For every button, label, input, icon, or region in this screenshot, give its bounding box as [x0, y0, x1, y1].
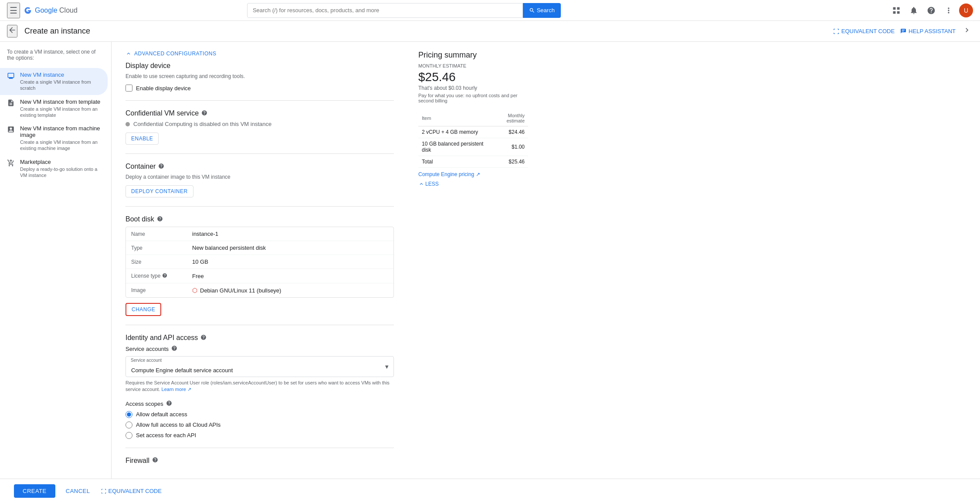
- access-scopes-help-icon[interactable]: [166, 400, 172, 408]
- pricing-monthly-label: Monthly estimate: [418, 63, 528, 68]
- pricing-col-estimate: Monthly estimate: [488, 110, 528, 126]
- access-scope-default-label[interactable]: Allow default access: [136, 411, 187, 418]
- confidential-status-text: Confidential Computing is disabled on th…: [133, 121, 271, 127]
- pricing-item-vcpu: 2 vCPU + 4 GB memory: [418, 126, 488, 138]
- sidebar-item-marketplace-text: Marketplace Deploy a ready-to-go solutio…: [20, 159, 101, 179]
- sidebar-item-from-template[interactable]: New VM instance from template Create a s…: [0, 95, 108, 122]
- service-account-select[interactable]: Compute Engine default service account: [125, 356, 394, 377]
- sidebar-item-new-vm-subtitle: Create a single VM instance from scratch: [20, 79, 101, 92]
- boot-disk-row-size: Size 10 GB: [126, 255, 393, 269]
- search-btn-label: Search: [537, 7, 555, 14]
- avatar[interactable]: U: [959, 3, 973, 17]
- chevron-up-icon: [418, 181, 424, 187]
- nav-right-actions: U: [889, 3, 973, 17]
- back-button[interactable]: [7, 25, 17, 37]
- access-scope-full-radio[interactable]: [125, 421, 132, 428]
- container-help-icon[interactable]: [158, 163, 164, 170]
- pricing-estimate-vcpu: $24.46: [488, 126, 528, 138]
- boot-disk-change-btn[interactable]: CHANGE: [125, 303, 161, 316]
- display-device-section: Display device Enable to use screen capt…: [125, 62, 394, 92]
- pricing-amount: $25.46: [418, 70, 528, 84]
- service-accounts-help-icon[interactable]: [171, 345, 177, 353]
- advanced-config-label: ADVANCED CONFIGURATIONS: [134, 51, 216, 57]
- more-vert-icon: [944, 6, 953, 15]
- identity-api-help-icon[interactable]: [200, 334, 207, 342]
- learn-more-link[interactable]: Learn more ↗: [162, 387, 191, 392]
- create-btn[interactable]: CREATE: [14, 484, 55, 498]
- less-label: LESS: [425, 181, 439, 187]
- license-help-icon[interactable]: [162, 272, 167, 279]
- help-assistant-btn[interactable]: HELP ASSISTANT: [900, 28, 956, 35]
- confidential-vm-section: Confidential VM service Confidential Com…: [125, 109, 394, 145]
- sidebar-item-marketplace-subtitle: Deploy a ready-to-go solution onto a VM …: [20, 166, 101, 179]
- container-section: Container Deploy a container image to th…: [125, 163, 394, 197]
- firewall-help-icon[interactable]: [152, 457, 158, 464]
- access-scopes-radio-group: Allow default access Allow full access t…: [125, 411, 394, 439]
- display-device-title: Display device: [125, 62, 394, 70]
- sidebar-item-from-image[interactable]: New VM instance from machine image Creat…: [0, 122, 108, 155]
- page-title: Create an instance: [24, 27, 833, 36]
- access-scope-custom-radio[interactable]: [125, 432, 132, 439]
- pricing-row-disk: 10 GB balanced persistent disk $1.00: [418, 138, 528, 156]
- confidential-vm-help-icon[interactable]: [201, 110, 207, 117]
- help-btn[interactable]: [924, 3, 938, 17]
- boot-disk-row-license: License type Free: [126, 269, 393, 283]
- search-button[interactable]: Search: [523, 3, 561, 18]
- identity-api-section: Identity and API access Service accounts: [125, 334, 394, 439]
- service-accounts-header: Service accounts: [125, 345, 394, 353]
- less-btn[interactable]: LESS: [418, 181, 439, 187]
- sidebar-item-new-vm[interactable]: New VM instance Create a single VM insta…: [0, 68, 108, 95]
- access-scope-full-row: Allow full access to all Cloud APIs: [125, 421, 394, 428]
- more-options-btn[interactable]: [942, 3, 956, 17]
- search-input[interactable]: [247, 3, 523, 18]
- code-icon: [833, 28, 840, 35]
- compute-engine-pricing-label: Compute Engine pricing: [418, 171, 474, 177]
- service-accounts-label: Service accounts: [125, 346, 169, 352]
- equivalent-code-header-btn[interactable]: EQUIVALENT CODE: [833, 28, 895, 35]
- grid-icon-btn[interactable]: [889, 3, 903, 17]
- notification-btn[interactable]: [907, 3, 921, 17]
- sidebar-item-image-subtitle: Create a single VM instance from an exis…: [20, 139, 101, 152]
- search-icon: [529, 7, 535, 14]
- back-arrow-icon: [8, 26, 17, 34]
- collapse-panel-btn[interactable]: [961, 24, 973, 38]
- hamburger-menu[interactable]: ☰: [7, 3, 20, 18]
- compute-engine-pricing-link[interactable]: Compute Engine pricing ↗: [418, 171, 528, 177]
- boot-disk-value-size: 10 GB: [192, 258, 208, 265]
- cancel-btn[interactable]: CANCEL: [61, 484, 95, 498]
- access-scope-custom-label[interactable]: Set access for each API: [136, 432, 196, 438]
- boot-disk-help-icon[interactable]: [157, 216, 163, 223]
- help-assistant-label: HELP ASSISTANT: [909, 28, 956, 34]
- pricing-item-total: Total: [418, 156, 488, 168]
- pricing-estimate-total: $25.46: [488, 156, 528, 168]
- chevron-right-icon: [963, 26, 971, 34]
- divider-5: [125, 448, 394, 448]
- page-header: Create an instance EQUIVALENT CODE HELP …: [0, 21, 980, 42]
- sidebar-item-marketplace[interactable]: Marketplace Deploy a ready-to-go solutio…: [0, 155, 108, 182]
- sidebar-item-marketplace-title: Marketplace: [20, 159, 101, 165]
- enable-display-label[interactable]: Enable display device: [136, 85, 191, 92]
- access-scope-full-label[interactable]: Allow full access to all Cloud APIs: [136, 421, 220, 428]
- enable-display-checkbox[interactable]: [125, 85, 132, 92]
- google-cloud-logo: Google Cloud: [24, 6, 78, 15]
- access-scope-default-radio[interactable]: [125, 411, 132, 418]
- sidebar-intro: To create a VM instance, select one of t…: [0, 49, 111, 68]
- boot-disk-label-type: Type: [131, 245, 192, 251]
- sidebar-item-template-title: New VM instance from template: [20, 99, 101, 105]
- sidebar-item-image-text: New VM instance from machine image Creat…: [20, 125, 101, 152]
- service-account-dropdown-label: Service account: [131, 358, 162, 363]
- divider-3: [125, 206, 394, 207]
- container-title: Container: [125, 163, 394, 170]
- equivalent-code-bottom-btn[interactable]: EQUIVALENT CODE: [101, 488, 162, 494]
- bell-icon: [909, 6, 918, 15]
- advanced-config-toggle[interactable]: ADVANCED CONFIGURATIONS: [125, 51, 394, 57]
- sidebar: To create a VM instance, select one of t…: [0, 42, 112, 479]
- boot-disk-table: Name instance-1 Type New balanced persis…: [125, 227, 394, 298]
- enable-confidential-btn[interactable]: ENABLE: [125, 133, 159, 145]
- pricing-note: Pay for what you use: no upfront costs a…: [418, 93, 528, 103]
- boot-disk-label-name: Name: [131, 231, 192, 237]
- deploy-container-btn[interactable]: DEPLOY CONTAINER: [125, 185, 193, 197]
- access-scopes-header: Access scopes: [125, 400, 394, 408]
- pricing-row-vcpu: 2 vCPU + 4 GB memory $24.46: [418, 126, 528, 138]
- pricing-row-total: Total $25.46: [418, 156, 528, 168]
